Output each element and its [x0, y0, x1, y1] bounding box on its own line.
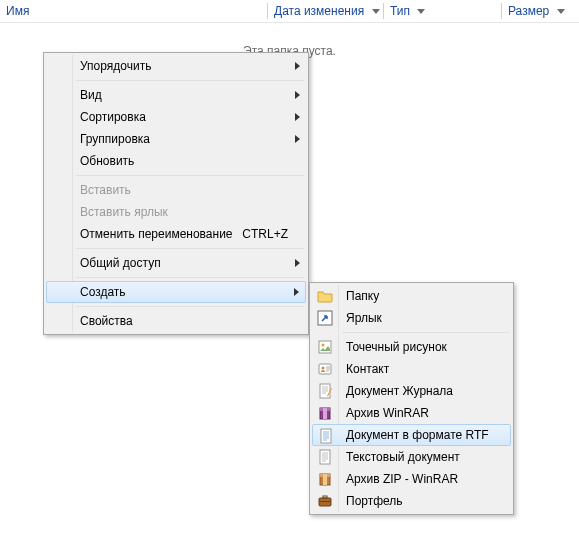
submenu-text[interactable]: Текстовый документ: [312, 446, 511, 468]
submenu-rtf[interactable]: Документ в формате RTF: [312, 424, 511, 446]
menu-paste: Вставить: [46, 179, 306, 201]
menu-undo-rename[interactable]: Отменить переименование CTRL+Z: [46, 223, 306, 245]
briefcase-icon: [317, 493, 333, 509]
menu-separator: [76, 248, 304, 249]
column-date-label: Дата изменения: [274, 4, 364, 18]
submenu-briefcase-label: Портфель: [346, 494, 403, 508]
svg-point-4: [322, 367, 325, 370]
chevron-down-icon: [372, 9, 380, 14]
menu-paste-shortcut: Вставить ярлык: [46, 201, 306, 223]
svg-rect-13: [323, 474, 327, 485]
chevron-down-icon: [417, 9, 425, 14]
column-date[interactable]: Дата изменения: [268, 0, 384, 22]
submenu-text-label: Текстовый документ: [346, 450, 460, 464]
contact-icon: [317, 361, 333, 377]
submenu-winrar[interactable]: Архив WinRAR: [312, 402, 511, 424]
chevron-down-icon: [557, 9, 565, 14]
submenu-folder-label: Папку: [346, 289, 379, 303]
submenu-zip-label: Архив ZIP - WinRAR: [346, 472, 458, 486]
menu-share[interactable]: Общий доступ: [46, 252, 306, 274]
menu-paste-shortcut-label: Вставить ярлык: [80, 205, 168, 219]
text-icon: [317, 449, 333, 465]
menu-separator: [76, 175, 304, 176]
menu-group[interactable]: Группировка: [46, 128, 306, 150]
menu-undo-shortcut: CTRL+Z: [242, 223, 288, 245]
context-menu: Упорядочить Вид Сортировка Группировка О…: [43, 52, 309, 335]
menu-create-label: Создать: [80, 285, 126, 299]
svg-rect-15: [323, 496, 327, 498]
submenu-journal[interactable]: Документ Журнала: [312, 380, 511, 402]
submenu-arrow-icon: [294, 288, 299, 296]
menu-view-label: Вид: [80, 88, 102, 102]
rtf-icon: [318, 428, 334, 444]
submenu-arrow-icon: [295, 259, 300, 267]
menu-create[interactable]: Создать: [46, 281, 306, 303]
svg-point-2: [322, 344, 325, 347]
column-size[interactable]: Размер: [502, 0, 578, 22]
submenu-contact[interactable]: Контакт: [312, 358, 511, 380]
menu-arrange[interactable]: Упорядочить: [46, 55, 306, 77]
submenu-shortcut-label: Ярлык: [346, 311, 382, 325]
submenu-shortcut[interactable]: Ярлык: [312, 307, 511, 329]
menu-undo-rename-label: Отменить переименование: [80, 227, 233, 241]
menu-sort[interactable]: Сортировка: [46, 106, 306, 128]
menu-separator: [76, 277, 304, 278]
submenu-bitmap[interactable]: Точечный рисунок: [312, 336, 511, 358]
svg-rect-8: [323, 408, 327, 419]
menu-separator: [76, 306, 304, 307]
submenu-arrow-icon: [295, 91, 300, 99]
submenu-arrow-icon: [295, 113, 300, 121]
submenu-winrar-label: Архив WinRAR: [346, 406, 429, 420]
menu-arrange-label: Упорядочить: [80, 59, 151, 73]
menu-refresh-label: Обновить: [80, 154, 134, 168]
menu-properties-label: Свойства: [80, 314, 133, 328]
winrar-icon: [317, 405, 333, 421]
folder-icon: [317, 288, 333, 304]
menu-sort-label: Сортировка: [80, 110, 146, 124]
menu-properties[interactable]: Свойства: [46, 310, 306, 332]
menu-separator: [76, 80, 304, 81]
create-submenu: Папку Ярлык Точечный рисунок Контакт Док…: [309, 282, 514, 515]
submenu-zip[interactable]: Архив ZIP - WinRAR: [312, 468, 511, 490]
submenu-journal-label: Документ Журнала: [346, 384, 453, 398]
column-headers: Имя Дата изменения Тип Размер: [0, 0, 579, 23]
svg-rect-16: [319, 501, 331, 502]
submenu-arrow-icon: [295, 62, 300, 70]
menu-share-label: Общий доступ: [80, 256, 161, 270]
submenu-contact-label: Контакт: [346, 362, 389, 376]
submenu-folder[interactable]: Папку: [312, 285, 511, 307]
column-size-label: Размер: [508, 4, 549, 18]
menu-view[interactable]: Вид: [46, 84, 306, 106]
submenu-rtf-label: Документ в формате RTF: [346, 428, 489, 442]
zip-icon: [317, 471, 333, 487]
column-name-label: Имя: [6, 4, 29, 18]
shortcut-icon: [317, 310, 333, 326]
column-type[interactable]: Тип: [384, 0, 502, 22]
menu-paste-label: Вставить: [80, 183, 131, 197]
submenu-bitmap-label: Точечный рисунок: [346, 340, 447, 354]
bitmap-icon: [317, 339, 333, 355]
menu-refresh[interactable]: Обновить: [46, 150, 306, 172]
submenu-briefcase[interactable]: Портфель: [312, 490, 511, 512]
column-name[interactable]: Имя: [0, 0, 268, 22]
menu-group-label: Группировка: [80, 132, 150, 146]
column-type-label: Тип: [390, 4, 410, 18]
journal-icon: [317, 383, 333, 399]
submenu-arrow-icon: [295, 135, 300, 143]
svg-rect-1: [319, 341, 331, 353]
menu-separator: [342, 332, 509, 333]
